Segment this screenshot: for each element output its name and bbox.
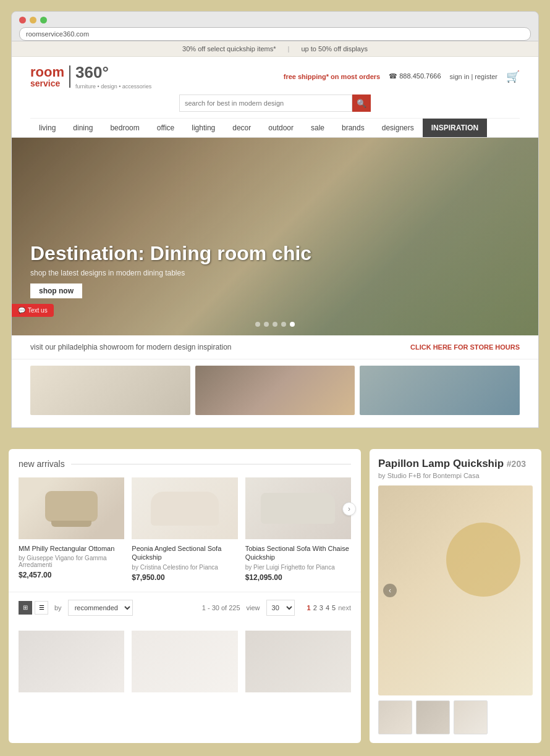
browser-controls	[19, 17, 531, 23]
product-brand-0: by Giuseppe Vigano for Gamma Arredamenti	[19, 555, 124, 568]
product-image-0	[19, 477, 124, 539]
product-price-1: $7,950.00	[132, 573, 237, 582]
promo-image-1[interactable]	[30, 366, 190, 415]
cart-icon[interactable]: 🛒	[506, 70, 520, 83]
sort-select[interactable]: recommended price low-high price high-lo…	[68, 600, 133, 616]
grid-product-image-2	[132, 631, 237, 692]
grid-product-3[interactable]	[245, 631, 351, 696]
nav-item-lighting[interactable]: lighting	[183, 119, 224, 137]
promo-image-3[interactable]	[360, 366, 520, 415]
product-card-2[interactable]: Tobias Sectional Sofa With Chaise Quicks…	[245, 477, 351, 582]
nav-item-sale[interactable]: sale	[302, 119, 333, 137]
nav-item-inspiration[interactable]: INSPIRATION	[423, 119, 487, 137]
search-button[interactable]: 🔍	[352, 94, 371, 112]
grid-product-image-1	[19, 631, 124, 692]
per-page-select[interactable]: 30 60 90	[266, 600, 295, 616]
main-nav: living dining bedroom office lighting de…	[30, 118, 520, 137]
product-card-1[interactable]: Peonia Angled Sectional Sofa Quickship b…	[132, 477, 237, 582]
nav-item-living[interactable]: living	[30, 119, 64, 137]
nav-item-decor[interactable]: decor	[224, 119, 260, 137]
sort-label: by	[54, 604, 62, 611]
right-panel: Papillon Lamp Quickship #203 by Studio F…	[370, 449, 541, 743]
bottom-section: new arrivals MM Philly Rectangular Ottom…	[0, 439, 550, 753]
product-card-0[interactable]: MM Philly Rectangular Ottoman by Giusepp…	[19, 477, 124, 579]
nav-item-designers[interactable]: designers	[373, 119, 423, 137]
hero-dot-2[interactable]	[264, 322, 269, 327]
page-4[interactable]: 4	[326, 604, 329, 611]
hero-furniture-bg	[170, 138, 538, 335]
logo-text: roomservice	[30, 65, 64, 88]
filter-bar: ⊞ ☰ by recommended price low-high price …	[9, 592, 361, 623]
showroom-bar: visit our philadelphia showroom for mode…	[12, 335, 538, 359]
close-button[interactable]	[19, 17, 26, 23]
page-5[interactable]: 5	[332, 604, 336, 611]
maximize-button[interactable]	[40, 17, 47, 23]
promo-left: 30% off select quickship items*	[182, 45, 276, 52]
logo-tagline: furniture • design • accessories	[75, 83, 151, 90]
new-arrivals-title: new arrivals	[19, 459, 65, 469]
grid-view-button[interactable]: ⊞	[19, 601, 32, 615]
search-bar: 🔍	[30, 94, 520, 112]
promo-sep: |	[288, 45, 290, 52]
hero-dot-1[interactable]	[255, 322, 260, 327]
lamp-thumb-3[interactable]	[454, 700, 488, 734]
product-name-0: MM Philly Rectangular Ottoman	[19, 544, 124, 553]
logo-area[interactable]: roomservice 360° furniture • design • ac…	[30, 63, 151, 90]
search-input[interactable]	[179, 94, 352, 112]
lamp-circle-detail	[446, 523, 520, 597]
header-right: free shipping* on most orders ☎ 888.450.…	[284, 70, 520, 83]
logo-divider	[69, 65, 70, 88]
phone-number: ☎ 888.450.7666	[389, 72, 441, 80]
page-2[interactable]: 2	[313, 604, 317, 611]
nav-item-bedroom[interactable]: bedroom	[101, 119, 148, 137]
lamp-product-card: Papillon Lamp Quickship #203 by Studio F…	[370, 449, 541, 743]
hero-title: Destination: Dining room chic	[30, 242, 311, 265]
sofa1-icon	[151, 492, 219, 526]
product-price-0: $2,457.00	[19, 571, 124, 579]
browser-window: roomservice360.com	[11, 11, 539, 41]
sign-in-link[interactable]: sign in | register	[450, 73, 497, 80]
nav-item-brands[interactable]: brands	[333, 119, 373, 137]
left-panel: new arrivals MM Philly Rectangular Ottom…	[9, 449, 361, 743]
store-hours-link[interactable]: CLICK HERE FOR STORE HOURS	[410, 343, 520, 351]
hero-shop-button[interactable]: shop now	[30, 284, 82, 298]
lamp-brand: by Studio F+B for Bontempi Casa	[378, 472, 533, 479]
lamp-title: Papillon Lamp Quickship #203	[378, 458, 533, 470]
carousel-next-button[interactable]: ›	[342, 502, 356, 516]
minimize-button[interactable]	[30, 17, 36, 23]
lamp-main-image: ‹	[378, 485, 533, 695]
hero-dot-5[interactable]	[290, 322, 295, 327]
lamp-thumb-1[interactable]	[378, 700, 412, 734]
grid-product-2[interactable]	[132, 631, 237, 696]
view-label: view	[247, 604, 260, 611]
lamp-thumbnails	[378, 700, 533, 734]
url-bar[interactable]: roomservice360.com	[19, 27, 531, 41]
product-grid	[9, 623, 361, 704]
header-top-row: roomservice 360° furniture • design • ac…	[30, 63, 520, 90]
text-us-button[interactable]: 💬 Text us	[12, 304, 54, 317]
product-name-2: Tobias Sectional Sofa With Chaise Quicks…	[245, 544, 351, 562]
hero-content: Destination: Dining room chic shop the l…	[30, 242, 311, 298]
showroom-text: visit our philadelphia showroom for mode…	[30, 343, 232, 351]
nav-item-office[interactable]: office	[148, 119, 183, 137]
lamp-thumb-2[interactable]	[416, 700, 450, 734]
nav-item-outdoor[interactable]: outdoor	[260, 119, 302, 137]
promo-image-2[interactable]	[195, 366, 355, 415]
product-image-1	[132, 477, 237, 539]
hero-dots	[255, 322, 295, 327]
page-1[interactable]: 1	[307, 604, 311, 611]
lamp-prev-button[interactable]: ‹	[383, 584, 397, 597]
nav-item-dining[interactable]: dining	[64, 119, 101, 137]
page-3[interactable]: 3	[319, 604, 323, 611]
product-price-2: $12,095.00	[245, 573, 351, 582]
hero-banner: Destination: Dining room chic shop the l…	[12, 138, 538, 335]
logo-360: 360°	[75, 63, 151, 82]
hero-dot-3[interactable]	[273, 322, 277, 327]
page-next[interactable]: next	[338, 604, 351, 611]
site-wrapper: 30% off select quickship items* | up to …	[11, 41, 539, 428]
hero-subtitle: shop the latest designs in modern dining…	[30, 269, 311, 277]
list-view-button[interactable]: ☰	[35, 601, 48, 615]
grid-product-1[interactable]	[19, 631, 124, 696]
hero-dot-4[interactable]	[281, 322, 286, 327]
promo-images-row	[12, 359, 538, 427]
